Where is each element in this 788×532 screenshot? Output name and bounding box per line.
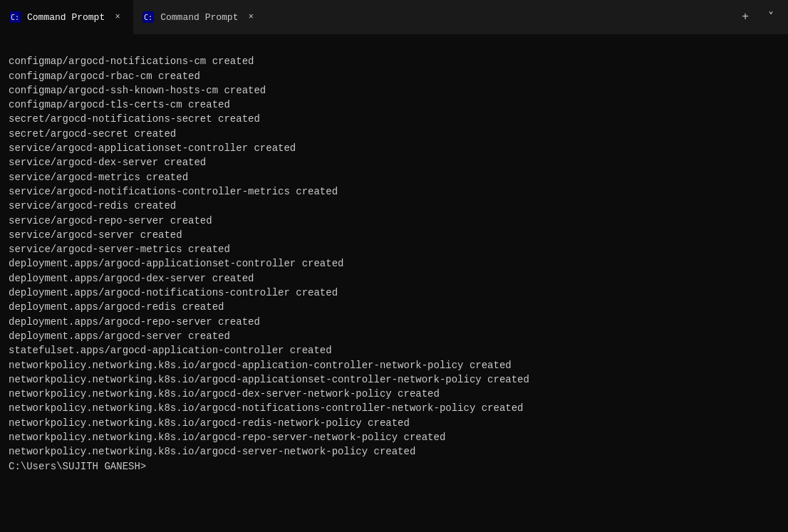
tab-2-close[interactable]: × [244, 10, 258, 24]
new-tab-button[interactable]: + [734, 6, 757, 28]
terminal-line: networkpolicy.networking.k8s.io/argocd-s… [9, 444, 779, 459]
tab-1-label: Command Prompt [27, 12, 105, 23]
terminal-line: service/argocd-dex-server created [9, 155, 779, 169]
terminal-line: service/argocd-server-metrics created [9, 242, 779, 256]
terminal-line: networkpolicy.networking.k8s.io/argocd-d… [9, 387, 779, 401]
terminal-line: networkpolicy.networking.k8s.io/argocd-a… [9, 372, 779, 387]
terminal-line: networkpolicy.networking.k8s.io/argocd-r… [9, 430, 779, 444]
dropdown-button[interactable]: ˅ [760, 6, 782, 28]
cmd-icon-2: C: [142, 11, 155, 24]
terminal-line: service/argocd-redis created [9, 199, 779, 213]
terminal-line: deployment.apps/argocd-applicationset-co… [9, 256, 779, 271]
terminal-line: service/argocd-notifications-controller-… [9, 184, 779, 199]
terminal-line: configmap/argocd-notifications-cm create… [9, 54, 779, 68]
terminal-line: deployment.apps/argocd-server created [9, 329, 779, 343]
terminal-line: configmap/argocd-rbac-cm created [9, 69, 779, 83]
terminal-line: deployment.apps/argocd-repo-server creat… [9, 315, 779, 329]
terminal-line: networkpolicy.networking.k8s.io/argocd-r… [9, 416, 779, 430]
terminal-line: statefulset.apps/argocd-application-cont… [9, 343, 779, 358]
terminal-line: service/argocd-server created [9, 228, 779, 242]
cmd-icon-1: C: [9, 11, 21, 24]
terminal-line: deployment.apps/argocd-redis created [9, 300, 779, 314]
tab-actions: + ˅ [728, 0, 788, 34]
terminal-line: secret/argocd-secret created [9, 127, 779, 141]
terminal-line: networkpolicy.networking.k8s.io/argocd-a… [9, 358, 779, 372]
tab-2-label: Command Prompt [160, 12, 238, 23]
terminal-prompt: C:\Users\SUJITH GANESH> [9, 459, 779, 474]
terminal-line: service/argocd-applicationset-controller… [9, 141, 779, 155]
terminal-line: service/argocd-metrics created [9, 170, 779, 184]
terminal-line: configmap/argocd-ssh-known-hosts-cm crea… [9, 83, 779, 98]
terminal-line: configmap/argocd-tls-certs-cm created [9, 98, 779, 112]
tab-1[interactable]: C: Command Prompt × [0, 0, 133, 34]
svg-text:C:: C: [11, 14, 19, 21]
terminal-line: service/argocd-repo-server created [9, 214, 779, 228]
svg-text:C:: C: [144, 14, 152, 21]
title-bar: C: Command Prompt × C: Command Prompt × … [0, 0, 788, 34]
terminal-line: deployment.apps/argocd-dex-server create… [9, 271, 779, 286]
terminal-line: secret/argocd-notifications-secret creat… [9, 112, 779, 126]
terminal-line: networkpolicy.networking.k8s.io/argocd-n… [9, 401, 779, 415]
tab-2[interactable]: C: Command Prompt × [133, 0, 266, 34]
terminal-line: deployment.apps/argocd-notifications-con… [9, 286, 779, 300]
terminal-output: configmap/argocd-notifications-cm create… [0, 34, 788, 532]
tab-1-close[interactable]: × [110, 10, 125, 24]
